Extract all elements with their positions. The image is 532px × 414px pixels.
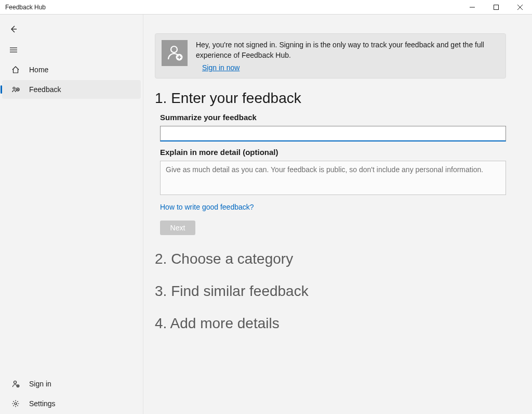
hamburger-icon: [9, 46, 18, 54]
nav-toggle-button[interactable]: [2, 40, 23, 60]
main-content: Hey, you're not signed in. Signing in is…: [143, 15, 532, 414]
step-3-heading: 3. Find similar feedback: [155, 283, 506, 300]
step-1-heading: 1. Enter your feedback: [155, 90, 506, 107]
home-icon: [11, 66, 20, 74]
window-title: Feedback Hub: [0, 4, 46, 11]
summary-label: Summarize your feedback: [160, 113, 506, 122]
banner-person-add-icon: [162, 40, 188, 66]
sidebar-item-home[interactable]: Home: [2, 60, 141, 79]
sidebar-item-label: Feedback: [29, 85, 61, 94]
sidebar-item-feedback[interactable]: Feedback: [2, 80, 141, 99]
app-body: Home Feedback Sign in Settings: [0, 15, 532, 414]
banner-message: Hey, you're not signed in. Signing in is…: [196, 40, 497, 60]
close-icon: [517, 5, 523, 10]
step-4-heading: 4. Add more details: [155, 315, 506, 332]
next-button[interactable]: Next: [160, 221, 195, 235]
svg-point-17: [171, 46, 177, 53]
detail-label: Explain in more detail (optional): [160, 148, 506, 157]
minimize-button[interactable]: [460, 0, 484, 15]
step-2-heading: 2. Choose a category: [155, 251, 506, 267]
feedback-icon: [11, 85, 20, 94]
feedback-form: Summarize your feedback Explain in more …: [155, 113, 506, 235]
svg-point-8: [13, 87, 15, 89]
signin-banner: Hey, you're not signed in. Signing in is…: [155, 33, 506, 79]
close-button[interactable]: [508, 0, 532, 15]
svg-point-16: [15, 403, 17, 405]
sidebar-item-label: Settings: [29, 399, 56, 408]
summary-input[interactable]: [160, 126, 506, 141]
back-arrow-icon: [9, 25, 18, 33]
sidebar-spacer: [0, 100, 143, 374]
person-icon: [11, 380, 20, 388]
sidebar-item-label: Home: [29, 66, 48, 74]
gear-icon: [11, 399, 20, 408]
banner-body: Hey, you're not signed in. Signing in is…: [196, 40, 497, 72]
help-link[interactable]: How to write good feedback?: [160, 203, 254, 211]
back-button[interactable]: [2, 19, 23, 40]
svg-rect-1: [494, 5, 499, 9]
detail-input[interactable]: [160, 161, 506, 195]
sidebar-item-label: Sign in: [29, 380, 51, 388]
maximize-button[interactable]: [484, 0, 508, 15]
signin-link[interactable]: Sign in now: [196, 63, 240, 72]
sidebar: Home Feedback Sign in Settings: [0, 15, 143, 414]
maximize-icon: [494, 5, 499, 10]
minimize-icon: [470, 5, 475, 10]
svg-point-12: [14, 381, 17, 384]
sidebar-item-settings[interactable]: Settings: [2, 394, 141, 413]
sidebar-item-signin[interactable]: Sign in: [2, 374, 141, 393]
titlebar: Feedback Hub: [0, 0, 532, 15]
